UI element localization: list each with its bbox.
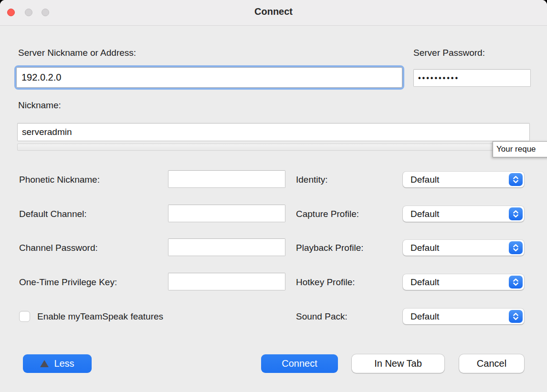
playback-profile-label: Playback Profile:	[296, 243, 364, 253]
chevron-up-down-icon	[509, 207, 523, 220]
cancel-button[interactable]: Cancel	[459, 354, 524, 373]
server-address-input[interactable]	[16, 67, 402, 88]
server-password-label: Server Password:	[413, 48, 485, 58]
server-address-label: Server Nickname or Address:	[18, 48, 136, 58]
less-button[interactable]: Less	[23, 354, 92, 373]
connect-dialog: Connect Server Nickname or Address: Serv…	[0, 0, 547, 392]
capture-profile-value: Default	[403, 209, 509, 219]
phonetic-nickname-label: Phonetic Nickname:	[19, 175, 100, 185]
nickname-label: Nickname:	[18, 100, 61, 111]
playback-profile-value: Default	[403, 243, 509, 253]
connect-button[interactable]: Connect	[261, 354, 338, 373]
phonetic-nickname-input[interactable]	[168, 170, 285, 188]
sound-pack-label: Sound Pack:	[296, 311, 347, 322]
channel-password-input[interactable]	[168, 238, 285, 256]
chevron-up-down-icon	[509, 310, 523, 323]
privilege-key-input[interactable]	[168, 273, 285, 290]
chevron-up-down-icon	[509, 241, 523, 254]
myteamspeak-checkbox-label: Enable myTeamSpeak features	[37, 311, 163, 322]
tooltip: Your reque	[493, 141, 547, 157]
identity-dropdown[interactable]: Default	[403, 172, 524, 187]
identity-label: Identity:	[296, 175, 328, 185]
window-title: Connect	[0, 6, 547, 17]
privilege-key-label: One-Time Privilege Key:	[19, 277, 117, 288]
sound-pack-value: Default	[403, 311, 509, 322]
triangle-up-icon	[40, 360, 49, 367]
hotkey-profile-label: Hotkey Profile:	[296, 277, 355, 288]
capture-profile-label: Capture Profile:	[296, 209, 359, 219]
hotkey-profile-dropdown[interactable]: Default	[403, 274, 524, 290]
in-new-tab-button[interactable]: In New Tab	[352, 354, 444, 373]
identity-value: Default	[403, 175, 509, 185]
less-button-label: Less	[54, 358, 74, 369]
nickname-input[interactable]	[17, 123, 530, 141]
myteamspeak-checkbox[interactable]	[19, 311, 30, 322]
sound-pack-dropdown[interactable]: Default	[403, 309, 524, 324]
chevron-up-down-icon	[509, 173, 523, 186]
capture-profile-dropdown[interactable]: Default	[403, 206, 524, 222]
channel-password-label: Channel Password:	[19, 243, 98, 253]
server-address-field-focus-ring	[14, 65, 404, 90]
section-separator	[17, 144, 530, 151]
title-bar: Connect	[0, 0, 547, 26]
playback-profile-dropdown[interactable]: Default	[403, 240, 524, 256]
hotkey-profile-value: Default	[403, 277, 509, 288]
default-channel-label: Default Channel:	[19, 209, 87, 219]
chevron-up-down-icon	[509, 276, 523, 289]
server-password-input[interactable]	[413, 69, 531, 87]
default-channel-input[interactable]	[168, 205, 285, 222]
